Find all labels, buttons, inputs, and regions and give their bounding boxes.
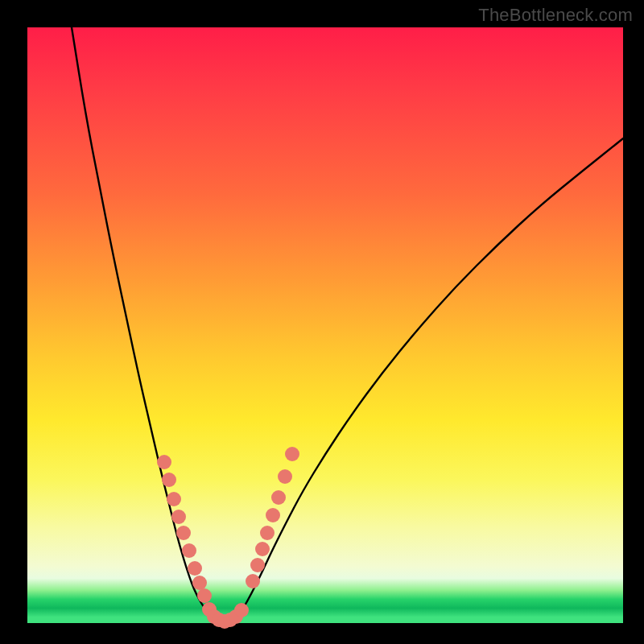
data-marker <box>250 558 265 572</box>
data-marker <box>188 561 202 576</box>
data-marker <box>176 526 191 540</box>
markers-valley-cluster <box>202 602 249 629</box>
data-marker <box>271 490 286 505</box>
data-marker <box>171 510 186 524</box>
chart-frame: TheBottleneck.com <box>0 0 644 644</box>
curve-right-branch <box>236 138 623 619</box>
curve-left-branch <box>72 27 213 619</box>
data-marker <box>192 576 207 590</box>
data-marker <box>162 473 176 487</box>
markers-right-cluster <box>246 447 299 588</box>
data-marker <box>167 492 181 506</box>
data-marker <box>182 543 196 558</box>
data-marker <box>197 588 212 603</box>
data-marker <box>157 455 171 469</box>
data-marker <box>234 603 249 617</box>
data-marker <box>278 469 292 484</box>
data-marker <box>255 542 270 556</box>
data-marker <box>246 574 260 588</box>
watermark-text: TheBottleneck.com <box>478 5 633 26</box>
plot-area <box>27 27 623 623</box>
markers-left-cluster <box>157 455 212 603</box>
data-marker <box>285 447 299 461</box>
data-marker <box>260 526 275 540</box>
chart-svg <box>27 27 623 623</box>
data-marker <box>266 508 280 522</box>
